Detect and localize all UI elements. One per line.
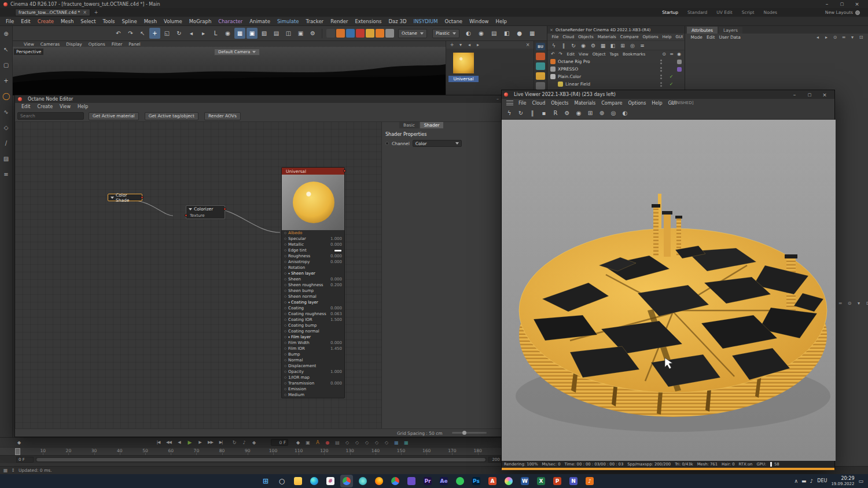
octane-menu-item[interactable]: Cloud — [561, 35, 576, 39]
attributes-mid-icon[interactable]: ▾ — [855, 300, 862, 306]
taskbar-app[interactable]: A — [486, 475, 499, 487]
shader-param-row[interactable]: Coating layer — [282, 300, 344, 305]
taskbar-app[interactable]: ⊞ — [259, 475, 272, 487]
input-socket[interactable] — [284, 307, 286, 309]
attributes-toolbar-icon[interactable]: ◂ — [814, 34, 821, 41]
attributes-toolbar-icon[interactable]: ⊙ — [832, 34, 838, 41]
visibility-dots-icon[interactable] — [660, 60, 662, 61]
input-socket[interactable] — [284, 347, 286, 350]
taskbar-app[interactable] — [502, 475, 515, 487]
live-viewer-titlebar[interactable]: Live Viewer 2022.1-XB3-(R4) (253 days le… — [502, 90, 834, 99]
toolbar-icon[interactable]: ⚙ — [307, 28, 318, 39]
shader-param-row[interactable]: Emission — [282, 386, 344, 392]
live-viewer-menu-item[interactable]: Compare — [598, 101, 625, 106]
input-socket[interactable] — [284, 365, 286, 367]
octane-toolbar-icon[interactable]: ◉ — [579, 42, 587, 50]
object-row[interactable]: Plain.Color ✓ — [547, 73, 685, 80]
shader-param-row[interactable]: Anisotropy 0.000 — [282, 259, 344, 265]
input-socket[interactable] — [284, 267, 286, 269]
input-socket[interactable] — [284, 394, 286, 396]
layout-tab[interactable]: Startup — [658, 10, 682, 15]
node-editor-button[interactable]: Render AOVs — [204, 112, 241, 120]
account-icon[interactable] — [855, 10, 860, 15]
object-manager-icon[interactable]: ↷ — [557, 51, 564, 57]
menu-item[interactable]: Select — [77, 19, 99, 24]
input-socket[interactable] — [284, 382, 286, 385]
shader-param-row[interactable]: Edge tint — [282, 247, 344, 253]
toolbar-icon[interactable]: ▦ — [234, 28, 245, 39]
attributes-mid-icon[interactable]: ⊙ — [846, 300, 853, 306]
attributes-toolbar-icon[interactable]: ▸ — [823, 34, 830, 41]
node-editor-menu-item[interactable]: Edit — [18, 104, 34, 109]
language-indicator[interactable]: DEU — [817, 478, 827, 483]
shader-param-row[interactable]: Rotation — [282, 265, 344, 271]
attributes-menu-item[interactable]: Mode — [689, 35, 704, 40]
object-tag-icon[interactable] — [677, 60, 682, 64]
toolbar-icon[interactable]: L — [210, 28, 221, 39]
taskbar-app[interactable]: ♪ — [583, 475, 596, 487]
plugin-icon[interactable] — [326, 29, 335, 38]
shader-param-row[interactable]: Sheen bump — [282, 288, 344, 294]
input-socket[interactable] — [284, 319, 286, 321]
taskbar-app[interactable] — [292, 475, 304, 487]
taskbar-app[interactable]: N — [567, 475, 580, 487]
menu-item[interactable]: Volume — [160, 19, 186, 24]
timeline-playhead[interactable] — [15, 448, 20, 455]
octane-toolbar-icon[interactable]: ▦ — [599, 42, 607, 50]
menu-item[interactable]: Help — [492, 19, 510, 24]
node-editor-menu-item[interactable]: Help — [74, 104, 91, 109]
octane-toolbar-icon[interactable]: ⊞ — [619, 42, 627, 50]
transport-button[interactable]: ◀◀ — [164, 438, 174, 446]
toolbar-icon[interactable]: ◫ — [283, 28, 294, 39]
side-tool-icon[interactable]: ≡ — [1, 169, 12, 179]
object-manager-menu[interactable]: Object — [590, 52, 608, 57]
viewport-menu-item[interactable]: Panel — [126, 42, 143, 47]
plugin-icon[interactable] — [366, 29, 374, 38]
attributes-toolbar-icon[interactable]: ▾ — [849, 34, 856, 41]
taskbar-app[interactable] — [454, 475, 466, 487]
side-tool-icon[interactable]: ◇ — [1, 122, 12, 132]
menu-item[interactable]: Tools — [100, 19, 119, 24]
input-socket[interactable] — [284, 359, 286, 361]
octane-dropdown[interactable]: Octane — [398, 29, 427, 38]
viewport-menu-item[interactable]: Options — [86, 42, 108, 47]
input-socket[interactable] — [284, 290, 286, 292]
node-editor-button[interactable]: Get Active material — [89, 112, 139, 120]
scene-object-icon[interactable]: ▦ — [527, 28, 538, 39]
node-editor-menu-item[interactable]: View — [56, 104, 74, 109]
shader-param-row[interactable]: Roughness 0.000 — [282, 253, 344, 259]
taskbar-app[interactable] — [340, 475, 353, 487]
shader-param-row[interactable]: Transmission 0.000 — [282, 380, 344, 386]
octane-toolbar-icon[interactable]: ≡ — [638, 42, 646, 50]
panel-close-icon[interactable]: × — [550, 28, 553, 32]
notification-icon[interactable]: ▭ — [858, 478, 863, 484]
taskbar-app[interactable]: Ae — [437, 475, 450, 487]
shader-param-row[interactable]: Opacity 1.000 — [282, 369, 344, 375]
side-tool-icon[interactable]: ◯ — [1, 91, 12, 101]
input-socket[interactable] — [284, 324, 286, 327]
visibility-dots-icon[interactable] — [660, 67, 662, 69]
taskbar-app[interactable]: W — [518, 475, 531, 487]
node-editor-button[interactable]: Get Active tag/object — [145, 112, 198, 120]
timeline-icon[interactable]: ◇ — [373, 439, 381, 446]
live-viewer-toolbar-icon[interactable]: ◉ — [574, 109, 583, 118]
taskbar-app[interactable]: P — [551, 475, 564, 487]
input-socket[interactable] — [284, 272, 286, 275]
viewport-menu-item[interactable]: View — [21, 42, 37, 47]
menu-item[interactable]: Spline — [119, 19, 141, 24]
object-manager-icon[interactable]: ↶ — [550, 51, 556, 57]
input-socket[interactable] — [284, 353, 286, 356]
live-viewer-menu-item[interactable]: Cloud — [529, 101, 548, 106]
enabled-checkmark[interactable]: ✓ — [668, 82, 675, 87]
object-manager-menu[interactable]: View — [577, 52, 591, 57]
octane-menu-item[interactable]: Help — [660, 35, 674, 39]
menu-item[interactable]: Simulate — [274, 19, 303, 24]
lv-close-button[interactable] — [817, 91, 832, 99]
timeline-icon[interactable]: ↻ — [230, 439, 238, 446]
menu-item[interactable]: Character — [215, 19, 246, 24]
octane-menu-item[interactable]: Compare — [618, 35, 641, 39]
shelf-icon[interactable] — [536, 53, 545, 60]
input-socket[interactable] — [284, 301, 286, 304]
live-viewer-toolbar-icon[interactable]: ⚙ — [562, 109, 572, 118]
octane-menu-item[interactable]: GUI — [674, 35, 685, 39]
